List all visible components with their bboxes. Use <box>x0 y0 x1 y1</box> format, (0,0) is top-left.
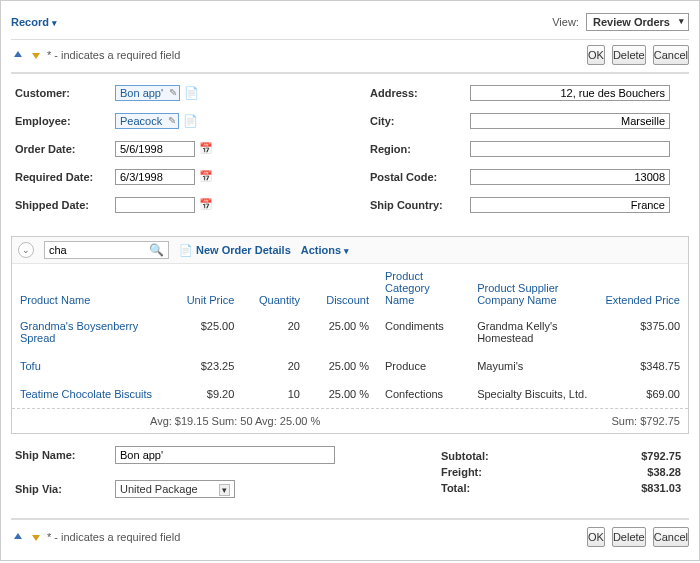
address-input[interactable] <box>470 85 670 101</box>
total-label: Total: <box>441 482 470 494</box>
cell-product[interactable]: Grandma's Boysenberry Spread <box>12 312 173 352</box>
record-menu[interactable]: Record▾ <box>11 16 57 28</box>
region-label: Region: <box>370 143 470 155</box>
shipped-date-input[interactable] <box>115 197 195 213</box>
col-discount[interactable]: Discount <box>308 264 377 312</box>
required-date-input[interactable] <box>115 169 195 185</box>
shipped-date-label: Shipped Date: <box>15 199 115 211</box>
customer-label: Customer: <box>15 87 115 99</box>
next-record-icon[interactable] <box>29 530 43 544</box>
grid-search-input[interactable] <box>49 244 149 256</box>
cell-qty: 10 <box>242 380 308 408</box>
cell-price: $23.25 <box>173 352 242 380</box>
cell-supplier: Specialty Biscuits, Ltd. <box>469 380 596 408</box>
cell-price: $9.20 <box>173 380 242 408</box>
ship-country-label: Ship Country: <box>370 199 470 211</box>
required-date-label: Required Date: <box>15 171 115 183</box>
view-label: View: <box>552 16 579 28</box>
cell-price: $25.00 <box>173 312 242 352</box>
table-row[interactable]: Tofu$23.252025.00 %ProduceMayumi's$348.7… <box>12 352 688 380</box>
cell-extended: $69.00 <box>596 380 688 408</box>
prev-record-icon[interactable] <box>11 530 25 544</box>
next-record-icon[interactable] <box>29 48 43 62</box>
subtotal-label: Subtotal: <box>441 450 489 462</box>
freight-value: $38.28 <box>647 466 681 478</box>
order-date-label: Order Date: <box>15 143 115 155</box>
delete-button-bottom[interactable]: Delete <box>612 527 646 547</box>
city-label: City: <box>370 115 470 127</box>
new-order-details-link[interactable]: 📄New Order Details <box>179 244 291 257</box>
calendar-icon[interactable]: 📅 <box>199 170 213 184</box>
table-row[interactable]: Grandma's Boysenberry Spread$25.002025.0… <box>12 312 688 352</box>
calendar-icon[interactable]: 📅 <box>199 198 213 212</box>
expand-icon[interactable]: ⌄ <box>18 242 34 258</box>
cancel-button-bottom[interactable]: Cancel <box>653 527 689 547</box>
ship-name-input[interactable] <box>115 446 335 464</box>
freight-label: Freight: <box>441 466 482 478</box>
employee-lookup[interactable]: Peacock <box>115 113 179 129</box>
cell-category: Confections <box>377 380 469 408</box>
search-icon[interactable]: 🔍 <box>149 243 164 257</box>
ship-via-select[interactable]: United Package <box>115 480 235 498</box>
cancel-button[interactable]: Cancel <box>653 45 689 65</box>
ship-country-input[interactable] <box>470 197 670 213</box>
col-extended[interactable]: Extended Price <box>596 264 688 312</box>
actions-menu[interactable]: Actions ▾ <box>301 244 349 256</box>
ok-button-bottom[interactable]: OK <box>587 527 605 547</box>
cell-supplier: Grandma Kelly's Homestead <box>469 312 596 352</box>
col-product[interactable]: Product Name <box>12 264 173 312</box>
ship-name-label: Ship Name: <box>15 449 115 461</box>
employee-label: Employee: <box>15 115 115 127</box>
employee-new-icon[interactable]: 📄 <box>183 114 198 128</box>
cell-supplier: Mayumi's <box>469 352 596 380</box>
subtotal-value: $792.75 <box>641 450 681 462</box>
order-details-grid: ⌄ 🔍 📄New Order Details Actions ▾ Product… <box>11 236 689 434</box>
col-qty[interactable]: Quantity <box>242 264 308 312</box>
ok-button[interactable]: OK <box>587 45 605 65</box>
view-dropdown[interactable]: Review Orders <box>586 13 689 31</box>
required-hint: * - indicates a required field <box>47 49 180 61</box>
cell-discount: 25.00 % <box>308 312 377 352</box>
cell-product[interactable]: Teatime Chocolate Biscuits <box>12 380 173 408</box>
delete-button[interactable]: Delete <box>612 45 646 65</box>
grid-aggregate-right: Sum: $792.75 <box>612 415 681 427</box>
cell-product[interactable]: Tofu <box>12 352 173 380</box>
cell-extended: $348.75 <box>596 352 688 380</box>
order-date-input[interactable] <box>115 141 195 157</box>
customer-lookup[interactable]: Bon app' <box>115 85 180 101</box>
col-price[interactable]: Unit Price <box>173 264 242 312</box>
region-input[interactable] <box>470 141 670 157</box>
cell-qty: 20 <box>242 312 308 352</box>
city-input[interactable] <box>470 113 670 129</box>
postal-code-input[interactable] <box>470 169 670 185</box>
grid-aggregate-left: Avg: $19.15 Sum: 50 Avg: 25.00 % <box>150 415 320 427</box>
cell-category: Produce <box>377 352 469 380</box>
customer-new-icon[interactable]: 📄 <box>184 86 199 100</box>
cell-category: Condiments <box>377 312 469 352</box>
ship-via-label: Ship Via: <box>15 483 115 495</box>
postal-code-label: Postal Code: <box>370 171 470 183</box>
cell-extended: $375.00 <box>596 312 688 352</box>
required-hint: * - indicates a required field <box>47 531 180 543</box>
cell-discount: 25.00 % <box>308 352 377 380</box>
total-value: $831.03 <box>641 482 681 494</box>
cell-discount: 25.00 % <box>308 380 377 408</box>
calendar-icon[interactable]: 📅 <box>199 142 213 156</box>
address-label: Address: <box>370 87 470 99</box>
col-supplier[interactable]: Product Supplier Company Name <box>469 264 596 312</box>
table-row[interactable]: Teatime Chocolate Biscuits$9.201025.00 %… <box>12 380 688 408</box>
col-category[interactable]: Product Category Name <box>377 264 469 312</box>
prev-record-icon[interactable] <box>11 48 25 62</box>
cell-qty: 20 <box>242 352 308 380</box>
